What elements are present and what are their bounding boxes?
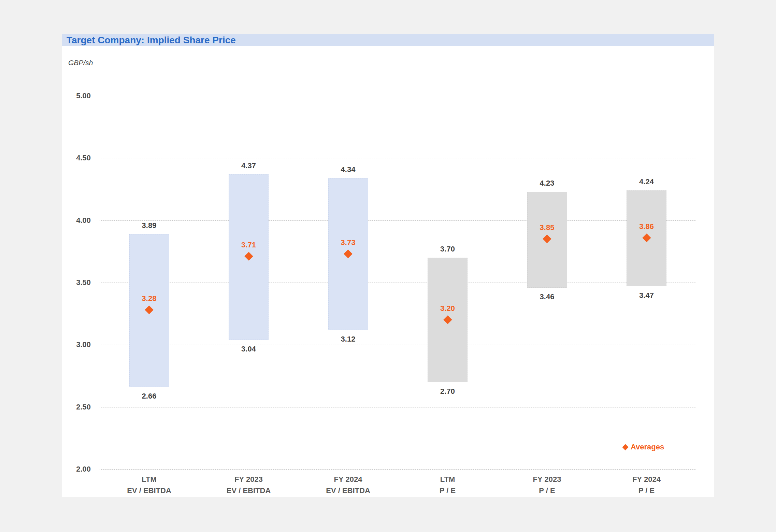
- bar-min-label: 2.66: [125, 391, 173, 401]
- chart-title: Target Company: Implied Share Price: [62, 35, 236, 46]
- legend: Averages: [623, 442, 664, 452]
- category-label-line2: P / E: [506, 485, 588, 496]
- bar-average-label: 3.20: [424, 303, 472, 314]
- y-axis-tick-label: 3.00: [62, 340, 91, 350]
- bar-min-label: 3.46: [523, 292, 571, 302]
- gridline: [100, 407, 695, 407]
- y-axis-tick-label: 2.00: [62, 464, 91, 474]
- gridline: [100, 283, 695, 283]
- category-label: LTMEV / EBITDA: [108, 474, 190, 496]
- category-label-line2: EV / EBITDA: [208, 485, 290, 496]
- category-label: FY 2024EV / EBITDA: [307, 474, 389, 496]
- page-background: Target Company: Implied Share Price GBP/…: [0, 0, 776, 532]
- bar-max-label: 3.70: [424, 244, 472, 254]
- axis-unit-label: GBP/sh: [68, 59, 93, 67]
- category-label-line1: FY 2023: [208, 474, 290, 485]
- y-axis-tick-label: 5.00: [62, 91, 91, 101]
- bar-average-label: 3.85: [523, 222, 571, 233]
- y-axis-tick-label: 4.50: [62, 153, 91, 163]
- bar-max-label: 4.34: [324, 164, 372, 175]
- bar-max-label: 4.24: [623, 177, 671, 187]
- category-label-line1: FY 2024: [307, 474, 389, 485]
- category-label-line1: LTM: [108, 474, 190, 485]
- category-label: LTMP / E: [407, 474, 489, 496]
- bar-max-label: 4.23: [523, 178, 571, 188]
- gridline: [100, 220, 695, 221]
- bar-average-label: 3.73: [324, 238, 372, 248]
- category-label-line2: P / E: [407, 485, 489, 496]
- bar-min-label: 2.70: [424, 386, 472, 397]
- bar-max-label: 3.89: [125, 220, 173, 231]
- category-label: FY 2024P / E: [606, 474, 688, 496]
- bar-average-label: 3.86: [623, 221, 671, 232]
- y-axis-tick-label: 3.50: [62, 277, 91, 288]
- bar-min-label: 3.12: [324, 334, 372, 344]
- gridline: [100, 96, 695, 96]
- chart-title-banner: Target Company: Implied Share Price: [62, 34, 714, 46]
- category-label-line2: EV / EBITDA: [108, 485, 190, 496]
- category-label-line2: P / E: [606, 485, 688, 496]
- bar-min-label: 3.47: [623, 290, 671, 301]
- category-label: FY 2023P / E: [506, 474, 588, 496]
- gridline: [100, 469, 695, 470]
- chart-sheet: Target Company: Implied Share Price GBP/…: [62, 34, 714, 497]
- bar-min-label: 3.04: [225, 344, 273, 354]
- y-axis-tick-label: 2.50: [62, 402, 91, 412]
- gridline: [100, 345, 695, 345]
- bar-max-label: 4.37: [225, 161, 273, 171]
- bar-average-label: 3.71: [225, 240, 273, 250]
- category-label-line1: FY 2023: [506, 474, 588, 485]
- category-label-line1: FY 2024: [606, 474, 688, 485]
- category-label: FY 2023EV / EBITDA: [208, 474, 290, 496]
- category-label-line1: LTM: [407, 474, 489, 485]
- legend-label: Averages: [631, 442, 664, 452]
- gridline: [100, 158, 695, 158]
- bar-average-label: 3.28: [125, 293, 173, 304]
- averages-diamond-icon: [622, 444, 628, 450]
- category-label-line2: EV / EBITDA: [307, 485, 389, 496]
- y-axis-tick-label: 4.00: [62, 215, 91, 226]
